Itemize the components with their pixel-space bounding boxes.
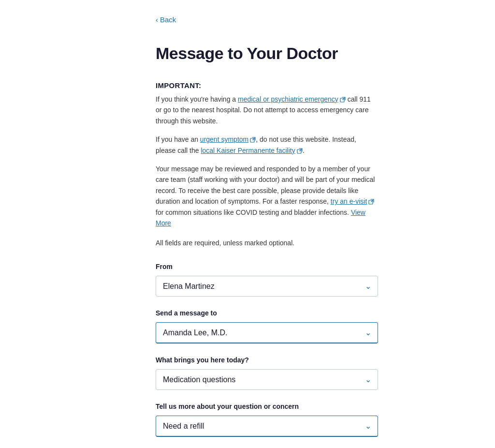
reason-label: What brings you here today? [156, 355, 378, 365]
reason-select[interactable]: Medication questions [156, 369, 378, 390]
from-select-wrapper: Elena Martinez ⌄ [156, 276, 378, 297]
care-team-info: Your message may be reviewed and respond… [156, 164, 378, 228]
emergency-link[interactable]: medical or psychiatric emergency [238, 95, 346, 103]
external-link-icon [340, 97, 346, 103]
important-section: IMPORTANT: If you think you're having a … [156, 80, 378, 229]
from-label: From [156, 262, 378, 272]
concern-select-wrapper: Need a refill ⌄ [156, 416, 378, 437]
concern-label: Tell us more about your question or conc… [156, 402, 378, 412]
from-select[interactable]: Elena Martinez [156, 276, 378, 297]
e-visit-link[interactable]: try an e-visit [331, 197, 374, 205]
important-label: IMPORTANT: [156, 80, 378, 91]
fields-note: All fields are required, unless marked o… [156, 238, 378, 248]
external-link-icon-4 [368, 199, 374, 205]
urgent-symptom-info: If you have an urgent symptom, do not us… [156, 134, 378, 156]
svg-line-3 [253, 138, 255, 140]
send-to-field-group: Send a message to Amanda Lee, M.D. ⌄ [156, 308, 378, 343]
from-field-group: From Elena Martinez ⌄ [156, 262, 378, 297]
reason-field-group: What brings you here today? Medication q… [156, 355, 378, 390]
svg-line-5 [299, 149, 302, 151]
send-to-label: Send a message to [156, 308, 378, 318]
kaiser-facility-link[interactable]: local Kaiser Permanente facility [201, 147, 302, 154]
external-link-icon-3 [297, 148, 303, 154]
send-to-select[interactable]: Amanda Lee, M.D. [156, 322, 378, 343]
external-link-icon-2 [250, 137, 256, 143]
back-label: Back [160, 15, 176, 26]
emergency-info: If you think you're having a medical or … [156, 94, 378, 126]
svg-line-7 [371, 200, 374, 202]
chevron-left-icon: ‹ [156, 15, 158, 26]
page-title: Message to Your Doctor [156, 41, 378, 66]
concern-field-group: Tell us more about your question or conc… [156, 402, 378, 437]
urgent-symptom-link[interactable]: urgent symptom [200, 135, 256, 143]
reason-select-wrapper: Medication questions ⌄ [156, 369, 378, 390]
svg-line-1 [342, 98, 345, 100]
back-link[interactable]: ‹ Back [156, 15, 176, 26]
concern-select[interactable]: Need a refill [156, 416, 378, 437]
send-to-select-wrapper: Amanda Lee, M.D. ⌄ [156, 322, 378, 343]
emergency-text-before: If you think you're having a [156, 95, 238, 103]
